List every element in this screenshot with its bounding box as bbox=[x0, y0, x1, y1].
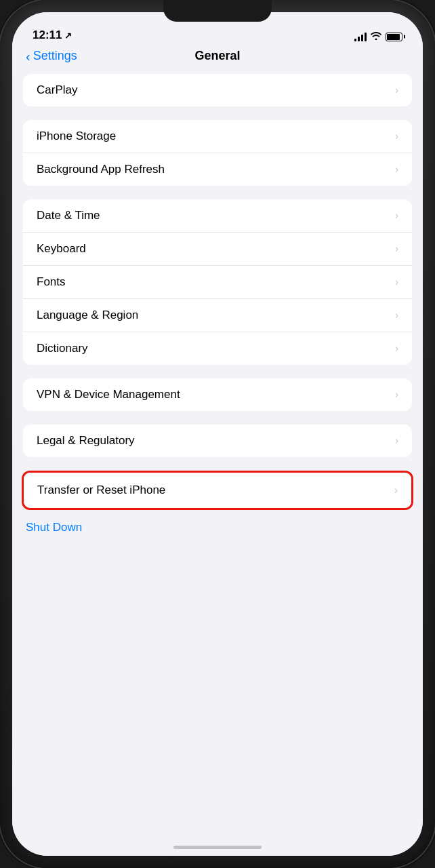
location-arrow-icon: ↗ bbox=[64, 31, 72, 41]
legal-regulatory-label: Legal & Regulatory bbox=[37, 434, 135, 448]
background-app-refresh-label: Background App Refresh bbox=[37, 163, 165, 176]
iphone-storage-cell[interactable]: iPhone Storage › bbox=[23, 120, 412, 153]
battery-icon bbox=[386, 33, 402, 41]
vpn-group: VPN & Device Management › bbox=[23, 378, 412, 411]
dictionary-chevron-icon: › bbox=[395, 342, 398, 355]
transfer-reset-label: Transfer or Reset iPhone bbox=[37, 484, 165, 497]
phone-frame: 12:11 ↗ bbox=[0, 0, 435, 868]
date-time-cell[interactable]: Date & Time › bbox=[23, 199, 412, 233]
shut-down-container: Shut Down bbox=[12, 518, 423, 545]
keyboard-chevron-icon: › bbox=[395, 243, 398, 255]
storage-group: iPhone Storage › Background App Refresh … bbox=[23, 120, 412, 186]
carplay-group: CarPlay › bbox=[23, 74, 412, 106]
dictionary-label: Dictionary bbox=[37, 342, 88, 355]
back-chevron-icon: ‹ bbox=[26, 50, 30, 63]
carplay-label: CarPlay bbox=[37, 83, 77, 97]
wifi-icon bbox=[371, 31, 381, 42]
nav-bar: ‹ Settings General bbox=[12, 46, 423, 68]
keyboard-label: Keyboard bbox=[37, 242, 86, 256]
iphone-storage-label: iPhone Storage bbox=[37, 130, 116, 143]
back-button[interactable]: ‹ Settings bbox=[26, 49, 77, 63]
signal-bars-icon bbox=[354, 32, 367, 41]
background-app-refresh-chevron-icon: › bbox=[395, 163, 398, 176]
legal-regulatory-chevron-icon: › bbox=[395, 435, 398, 447]
bottom-spacer bbox=[12, 545, 423, 572]
transfer-reset-cell[interactable]: Transfer or Reset iPhone › bbox=[24, 473, 411, 508]
settings-content[interactable]: CarPlay › iPhone Storage › Background Ap… bbox=[12, 68, 423, 856]
home-indicator bbox=[173, 846, 262, 849]
keyboard-cell[interactable]: Keyboard › bbox=[23, 233, 412, 266]
time-display: 12:11 bbox=[33, 28, 62, 42]
date-time-label: Date & Time bbox=[37, 209, 100, 222]
language-region-chevron-icon: › bbox=[395, 309, 398, 321]
locale-group: Date & Time › Keyboard › Fonts › Languag… bbox=[23, 199, 412, 365]
legal-regulatory-cell[interactable]: Legal & Regulatory › bbox=[23, 425, 412, 457]
status-icons bbox=[354, 31, 402, 42]
date-time-chevron-icon: › bbox=[395, 210, 398, 222]
transfer-reset-chevron-icon: › bbox=[394, 484, 398, 496]
dictionary-cell[interactable]: Dictionary › bbox=[23, 332, 412, 365]
fonts-label: Fonts bbox=[37, 275, 66, 289]
background-app-refresh-cell[interactable]: Background App Refresh › bbox=[23, 153, 412, 186]
language-region-cell[interactable]: Language & Region › bbox=[23, 299, 412, 332]
shut-down-button[interactable]: Shut Down bbox=[26, 521, 82, 534]
vpn-device-cell[interactable]: VPN & Device Management › bbox=[23, 378, 412, 411]
status-time: 12:11 ↗ bbox=[33, 28, 72, 42]
transfer-reset-highlighted-container: Transfer or Reset iPhone › bbox=[22, 471, 413, 510]
legal-group: Legal & Regulatory › bbox=[23, 425, 412, 457]
vpn-device-label: VPN & Device Management bbox=[37, 388, 180, 401]
language-region-label: Language & Region bbox=[37, 309, 138, 322]
carplay-chevron-icon: › bbox=[395, 84, 398, 96]
vpn-device-chevron-icon: › bbox=[395, 389, 398, 401]
phone-screen: 12:11 ↗ bbox=[12, 12, 423, 856]
iphone-storage-chevron-icon: › bbox=[395, 130, 398, 142]
notch bbox=[163, 0, 272, 22]
back-label: Settings bbox=[33, 49, 77, 63]
fonts-cell[interactable]: Fonts › bbox=[23, 266, 412, 299]
page-title: General bbox=[194, 49, 240, 63]
fonts-chevron-icon: › bbox=[395, 276, 398, 288]
carplay-cell[interactable]: CarPlay › bbox=[23, 74, 412, 106]
